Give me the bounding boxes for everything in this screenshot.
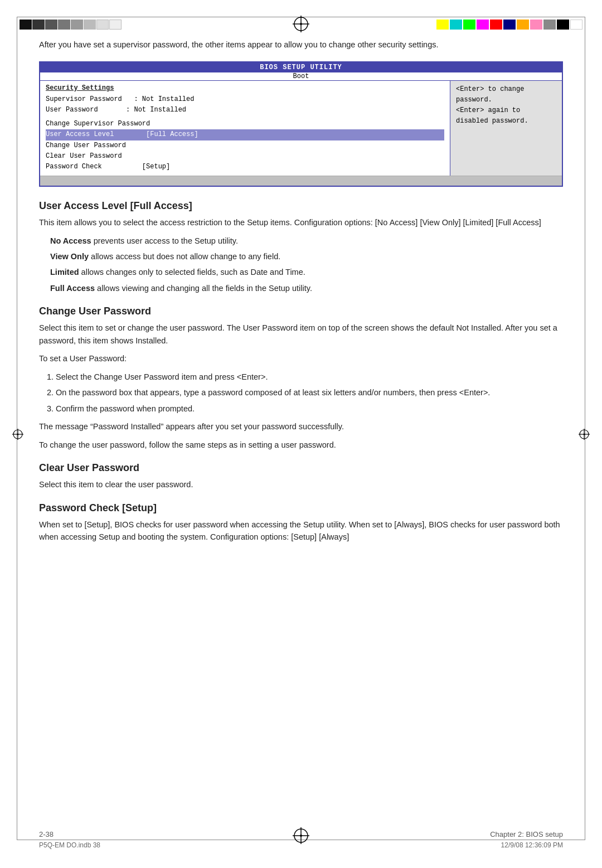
bios-section-title: Security Settings bbox=[46, 84, 444, 92]
bios-supervisor-password: Supervisor Password : Not Installed bbox=[46, 94, 444, 105]
top-right-color-bars bbox=[436, 20, 582, 30]
bios-body: Security Settings Supervisor Password : … bbox=[40, 81, 562, 176]
footer-page-number: 2-38 bbox=[39, 830, 54, 838]
bios-menu-clear-user-password: Clear User Password bbox=[46, 151, 444, 162]
section-body-change-user-password: Select this item to set or change the us… bbox=[39, 322, 563, 347]
sub-item-view-only-label: View Only bbox=[50, 252, 89, 261]
bios-left-panel: Security Settings Supervisor Password : … bbox=[40, 81, 450, 176]
bios-menu-change-supervisor: Change Supervisor Password bbox=[46, 119, 444, 129]
section-heading-password-check: Password Check [Setup] bbox=[39, 502, 563, 514]
sub-item-view-only: View Only allows access but does not all… bbox=[50, 250, 563, 263]
section-heading-clear-user-password: Clear User Password bbox=[39, 462, 563, 474]
section-heading-change-user-password: Change User Password bbox=[39, 306, 563, 317]
section-to-set-intro: To set a User Password: bbox=[39, 352, 563, 365]
sub-item-limited: Limited allows changes only to selected … bbox=[50, 266, 563, 278]
change-password-note: To change the user password, follow the … bbox=[39, 439, 563, 451]
bios-menu-password-check: Password Check [Setup] bbox=[46, 162, 444, 172]
bios-right-panel: <Enter> to changepassword.<Enter> again … bbox=[450, 81, 562, 176]
section-body-password-check: When set to [Setup], BIOS checks for use… bbox=[39, 518, 563, 544]
bios-menu-user-access-level: User Access Level [Full Access] bbox=[46, 129, 444, 140]
sub-item-limited-text: allows changes only to selected fields, … bbox=[81, 268, 305, 277]
bios-user-password: User Password : Not Installed bbox=[46, 105, 444, 115]
page-footer: 2-38 Chapter 2: BIOS setup bbox=[39, 830, 563, 838]
step-2: On the password box that appears, type a… bbox=[56, 386, 563, 399]
svg-point-3 bbox=[300, 23, 302, 25]
sub-item-no-access-label: No Access bbox=[50, 236, 91, 245]
crosshair-top bbox=[293, 16, 309, 32]
bios-screenshot: BIOS SETUP UTILITY Boot Security Setting… bbox=[39, 61, 563, 187]
crosshair-right bbox=[579, 429, 590, 440]
step-1: Select the Change User Password item and… bbox=[56, 371, 563, 383]
bios-subtitle: Boot bbox=[40, 72, 562, 81]
section-body-clear-user-password: Select this item to clear the user passw… bbox=[39, 478, 563, 491]
bios-help-text: <Enter> to changepassword.<Enter> again … bbox=[456, 84, 556, 127]
footer-chapter: Chapter 2: BIOS setup bbox=[490, 830, 563, 838]
step-3: Confirm the password when prompted. bbox=[56, 403, 563, 415]
svg-point-11 bbox=[17, 433, 19, 435]
sub-item-no-access-text: prevents user access to the Setup utilit… bbox=[94, 236, 238, 245]
bios-menu-change-user-password: Change User Password bbox=[46, 140, 444, 151]
sub-item-view-only-text: allows access but does not allow change … bbox=[91, 252, 280, 261]
section-heading-user-access-level: User Access Level [Full Access] bbox=[39, 200, 563, 212]
main-content: After you have set a supervisor password… bbox=[39, 39, 563, 829]
password-installed-note: The message “Password Installed” appears… bbox=[39, 420, 563, 433]
sub-item-no-access: No Access prevents user access to the Se… bbox=[50, 235, 563, 247]
section-body-user-access-level: This item allows you to select the acces… bbox=[39, 216, 563, 229]
sub-item-full-access-label: Full Access bbox=[50, 284, 95, 293]
intro-paragraph: After you have set a supervisor password… bbox=[39, 39, 563, 51]
sub-item-full-access: Full Access allows viewing and changing … bbox=[50, 282, 563, 294]
bios-titlebar: BIOS SETUP UTILITY bbox=[40, 62, 562, 72]
sub-item-limited-label: Limited bbox=[50, 268, 79, 277]
top-left-color-bars bbox=[20, 20, 122, 30]
sub-item-full-access-text: allows viewing and changing all the fiel… bbox=[97, 284, 312, 293]
svg-point-15 bbox=[584, 433, 585, 435]
footer-timestamp: 12/9/08 12:36:09 PM bbox=[501, 841, 563, 849]
footer-filename: P5Q-EM DO.indb 38 bbox=[39, 841, 100, 849]
crosshair-left bbox=[12, 429, 23, 440]
bios-footer bbox=[40, 176, 562, 186]
user-password-steps-list: Select the Change User Password item and… bbox=[56, 371, 563, 415]
